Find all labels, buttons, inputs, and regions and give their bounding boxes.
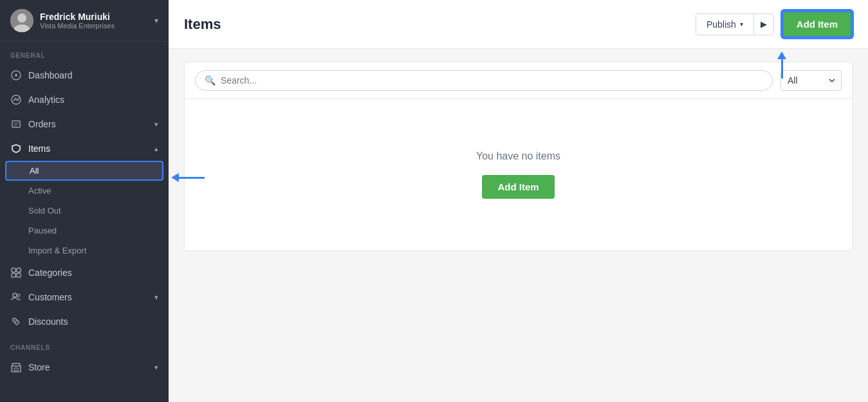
svg-point-1 xyxy=(17,14,26,23)
sidebar-sub-item-sold-out[interactable]: Sold Out xyxy=(0,201,169,221)
sidebar-sub-import-export-label: Import & Export xyxy=(28,246,86,255)
discounts-icon xyxy=(10,316,22,327)
sidebar-item-items-label: Items xyxy=(28,143,148,154)
sidebar-item-dashboard[interactable]: Dashboard xyxy=(0,63,169,87)
add-item-header-button[interactable]: Add Item xyxy=(782,10,853,38)
arrow-head-left-icon xyxy=(171,173,179,182)
store-icon xyxy=(10,361,22,373)
items-chevron-icon: ▴ xyxy=(154,145,158,153)
main-content-area: Items Publish ▾ ▶ Add Item 🔍 All Active xyxy=(169,0,868,402)
sidebar-item-customers-label: Customers xyxy=(28,292,148,302)
svg-rect-15 xyxy=(12,366,21,372)
empty-state: You have no items Add Item xyxy=(185,99,852,250)
sidebar-item-discounts[interactable]: Discounts xyxy=(0,309,169,334)
channels-section-label: CHANNELS xyxy=(0,334,169,355)
publish-label: Publish xyxy=(706,19,736,30)
arrow-to-all xyxy=(171,173,205,182)
sidebar-sub-item-all[interactable]: All xyxy=(5,161,163,181)
orders-icon xyxy=(10,118,22,130)
sidebar-item-orders-label: Orders xyxy=(28,119,148,129)
customers-icon xyxy=(10,291,22,303)
sidebar-item-dashboard-label: Dashboard xyxy=(28,70,158,80)
search-input-wrapper[interactable]: 🔍 xyxy=(195,70,773,91)
user-info: Fredrick Muriuki Vista Media Enterprises xyxy=(40,12,152,30)
publish-button-group[interactable]: Publish ▾ ▶ xyxy=(696,14,774,35)
page-title: Items xyxy=(184,16,688,33)
categories-icon xyxy=(10,267,22,279)
filter-select[interactable]: All Active Sold Out Paused xyxy=(780,70,842,91)
username: Fredrick Muriuki xyxy=(40,12,152,22)
publish-dropdown-icon: ▾ xyxy=(740,21,743,28)
items-icon xyxy=(10,143,22,154)
empty-state-message: You have no items xyxy=(476,151,560,162)
svg-rect-16 xyxy=(14,368,18,370)
items-card: 🔍 All Active Sold Out Paused You have no… xyxy=(184,62,853,251)
publish-main-button[interactable]: Publish ▾ xyxy=(696,14,753,35)
sidebar-item-analytics[interactable]: Analytics xyxy=(0,87,169,112)
store-chevron-icon: ▾ xyxy=(154,363,158,372)
profile-chevron-icon: ▾ xyxy=(154,16,158,25)
search-input[interactable] xyxy=(221,75,763,86)
svg-rect-8 xyxy=(17,268,21,272)
svg-rect-10 xyxy=(17,273,21,277)
svg-point-4 xyxy=(15,74,17,77)
customers-chevron-icon: ▾ xyxy=(154,293,158,302)
company-name: Vista Media Enterprises xyxy=(40,22,152,30)
arrow-head-up-icon xyxy=(777,51,786,59)
sidebar-sub-paused-label: Paused xyxy=(28,226,57,235)
sidebar-item-customers[interactable]: Customers ▾ xyxy=(0,285,169,309)
dashboard-icon xyxy=(10,69,22,81)
sidebar: Fredrick Muriuki Vista Media Enterprises… xyxy=(0,0,169,402)
analytics-icon xyxy=(10,94,22,105)
search-icon: 🔍 xyxy=(205,75,216,86)
main-header: Items Publish ▾ ▶ Add Item xyxy=(169,0,868,49)
user-profile[interactable]: Fredrick Muriuki Vista Media Enterprises… xyxy=(0,0,169,42)
svg-rect-9 xyxy=(12,273,15,277)
svg-rect-7 xyxy=(12,268,15,272)
sidebar-item-store-label: Store xyxy=(28,362,148,372)
arrow-line-vertical xyxy=(781,59,783,78)
sidebar-item-analytics-label: Analytics xyxy=(28,95,158,105)
svg-rect-6 xyxy=(12,121,20,127)
avatar xyxy=(10,9,33,32)
sidebar-sub-item-paused[interactable]: Paused xyxy=(0,221,169,241)
sidebar-item-store[interactable]: Store ▾ xyxy=(0,355,169,379)
orders-chevron-icon: ▾ xyxy=(154,120,158,129)
sidebar-sub-sold-out-label: Sold Out xyxy=(28,206,61,215)
add-item-center-button[interactable]: Add Item xyxy=(482,175,554,199)
sidebar-sub-item-import-export[interactable]: Import & Export xyxy=(0,241,169,260)
general-section-label: GENERAL xyxy=(0,42,169,63)
sidebar-item-items[interactable]: Items ▴ xyxy=(0,136,169,161)
sidebar-item-categories-label: Categories xyxy=(28,268,158,278)
arrow-to-add-item xyxy=(777,51,786,78)
publish-arrow-icon: ▶ xyxy=(761,19,767,29)
sidebar-sub-active-label: Active xyxy=(28,186,51,196)
sidebar-sub-item-active[interactable]: Active xyxy=(0,181,169,201)
main-content: 🔍 All Active Sold Out Paused You have no… xyxy=(169,49,868,402)
publish-arrow-button[interactable]: ▶ xyxy=(753,14,773,34)
sidebar-item-categories[interactable]: Categories xyxy=(0,260,169,285)
search-bar-row: 🔍 All Active Sold Out Paused xyxy=(185,62,852,99)
arrow-line xyxy=(179,177,205,179)
sidebar-item-discounts-label: Discounts xyxy=(28,316,158,327)
sidebar-item-orders[interactable]: Orders ▾ xyxy=(0,112,169,136)
svg-point-13 xyxy=(14,320,15,321)
svg-point-12 xyxy=(17,294,20,297)
sidebar-sub-all-label: All xyxy=(30,166,39,176)
svg-point-11 xyxy=(13,293,17,297)
